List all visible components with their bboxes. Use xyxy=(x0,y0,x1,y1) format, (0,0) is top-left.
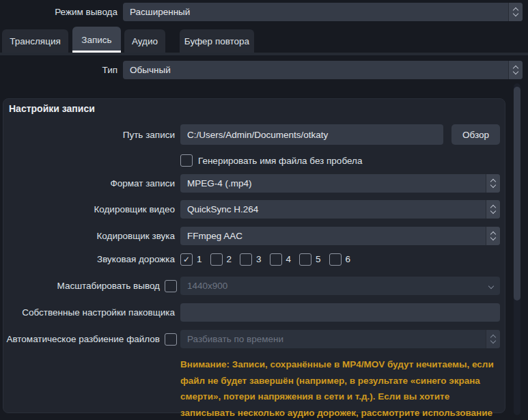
recording-settings-group: Настройки записи Путь записи Обзор Генер… xyxy=(3,98,505,413)
no-space-checkbox[interactable] xyxy=(180,154,193,167)
rescale-output-row: Масштабировать вывод 1440x900 xyxy=(3,277,500,295)
rescale-label: Масштабировать вывод xyxy=(3,281,160,291)
chevron-down-icon xyxy=(490,182,496,188)
recording-path-label: Путь записи xyxy=(3,130,175,140)
recording-path-input[interactable] xyxy=(180,124,443,145)
recording-format-label: Формат записи xyxy=(3,178,175,188)
audio-encoder-label: Кодировщик звука xyxy=(3,231,175,241)
warning-line: Внимание: Записи, сохранённые в MP4/MOV … xyxy=(180,356,500,373)
tabbar-bottom-strip xyxy=(0,53,528,55)
track-2-checkbox[interactable] xyxy=(210,253,223,266)
track-4-checkbox[interactable] xyxy=(270,253,282,266)
rescale-resolution-select[interactable]: 1440x900 xyxy=(180,277,500,295)
muxer-settings-row: Собственные настройки паковщика xyxy=(3,303,500,322)
track-6-checkbox[interactable] xyxy=(329,253,342,266)
track-5-checkbox[interactable] xyxy=(299,253,311,266)
chevron-down-icon xyxy=(490,338,496,344)
track-4: 4 xyxy=(270,253,292,266)
video-encoder-select[interactable]: QuickSync H.264 xyxy=(180,200,500,219)
track-3: 3 xyxy=(240,253,262,266)
file-splitting-row: Автоматическое разбиение файлов Разбиват… xyxy=(3,330,500,348)
track-3-checkbox[interactable] xyxy=(240,253,252,266)
recording-path-row: Путь записи Обзор xyxy=(3,124,500,145)
file-splitting-label: Автоматическое разбиение файлов xyxy=(3,334,160,344)
tab-replay-buffer[interactable]: Буфер повтора xyxy=(180,29,254,53)
recording-format-select[interactable]: MPEG-4 (.mp4) xyxy=(180,174,500,193)
warning-line: записывать несколько аудио дорожек, расс… xyxy=(180,405,500,420)
warning-line: файл не будет завершён (например, в резу… xyxy=(180,373,500,389)
output-tabs: Трансляция Запись Аудио Буфер повтора xyxy=(0,27,528,55)
tab-recording[interactable]: Запись xyxy=(72,27,121,53)
recording-format-value: MPEG-4 (.mp4) xyxy=(187,178,252,188)
active-tab-underline xyxy=(72,51,121,53)
chevron-down-icon[interactable] xyxy=(482,277,500,295)
chevron-down-icon xyxy=(513,69,518,74)
output-mode-value: Расширенный xyxy=(130,7,190,17)
tab-audio[interactable]: Аудио xyxy=(124,29,165,53)
track-5: 5 xyxy=(299,253,321,266)
scrollbar-handle[interactable] xyxy=(514,87,520,300)
rescale-checkbox[interactable] xyxy=(165,280,177,292)
output-mode-select[interactable]: Расширенный xyxy=(123,3,523,21)
output-mode-row: Режим вывода Расширенный xyxy=(0,3,523,21)
browse-button[interactable]: Обзор xyxy=(451,124,500,145)
type-select[interactable]: Обычный xyxy=(123,61,523,79)
track-2: 2 xyxy=(210,253,232,266)
type-label: Тип xyxy=(0,65,117,75)
video-encoder-row: Кодировщик видео QuickSync H.264 xyxy=(3,200,500,219)
chevron-down-icon xyxy=(490,208,496,214)
file-splitting-select[interactable]: Разбивать по времени xyxy=(180,330,500,348)
rescale-resolution-value: 1440x900 xyxy=(187,281,227,291)
track-1-checkbox[interactable]: ✓ xyxy=(180,253,193,266)
spinner-icon[interactable] xyxy=(486,200,500,219)
filename-no-space-row: Генерировать имя файла без пробела xyxy=(3,154,500,167)
warning-line: смерти», потери напряжения в сети и т.д.… xyxy=(180,389,500,405)
track-6: 6 xyxy=(329,253,351,266)
audio-track-label: Звуковая дорожка xyxy=(3,254,175,264)
file-splitting-value: Разбивать по времени xyxy=(187,334,283,344)
spinner-icon[interactable] xyxy=(486,174,500,193)
audio-track-checkboxes: ✓1 2 3 4 5 6 xyxy=(180,253,350,266)
chevron-down-icon xyxy=(490,235,496,240)
file-splitting-checkbox[interactable] xyxy=(165,333,177,346)
mp4-warning-text: Внимание: Записи, сохранённые в MP4/MOV … xyxy=(180,356,500,420)
audio-encoder-select[interactable]: FFmpeg AAC xyxy=(180,227,500,245)
group-title: Настройки записи xyxy=(9,103,95,114)
type-value: Обычный xyxy=(130,65,171,75)
track-1: ✓1 xyxy=(180,253,202,266)
tab-streaming[interactable]: Трансляция xyxy=(2,29,68,53)
video-encoder-value: QuickSync H.264 xyxy=(187,204,258,214)
spinner-icon[interactable] xyxy=(486,330,500,348)
video-encoder-label: Кодировщик видео xyxy=(3,204,175,214)
output-mode-label: Режим вывода xyxy=(0,7,117,17)
audio-encoder-value: FFmpeg AAC xyxy=(187,231,242,241)
spinner-icon[interactable] xyxy=(486,227,500,245)
recording-type-row: Тип Обычный xyxy=(0,61,523,79)
audio-encoder-row: Кодировщик звука FFmpeg AAC xyxy=(3,227,500,245)
muxer-settings-input[interactable] xyxy=(180,303,500,322)
recording-format-row: Формат записи MPEG-4 (.mp4) xyxy=(3,174,500,193)
no-space-label: Генерировать имя файла без пробела xyxy=(198,156,362,166)
spinner-icon[interactable] xyxy=(508,61,523,79)
spinner-icon[interactable] xyxy=(508,3,523,21)
chevron-down-icon xyxy=(513,11,518,16)
muxer-settings-label: Собственные настройки паковщика xyxy=(3,307,175,318)
audio-track-row: Звуковая дорожка ✓1 2 3 4 5 6 xyxy=(3,252,500,266)
